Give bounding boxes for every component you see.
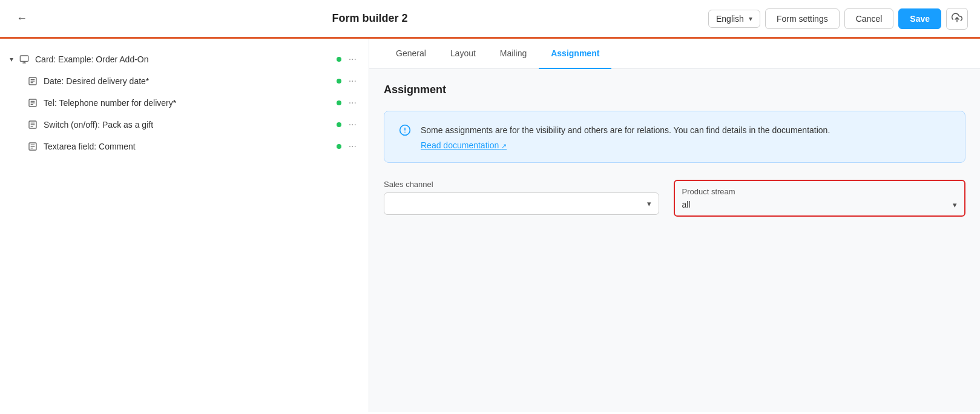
list-item[interactable]: Date: Desired delivery date* ··· [0,70,369,92]
field-icon [27,140,39,153]
info-box: Some assignments are for the visibility … [384,111,965,163]
more-options-icon[interactable]: ··· [346,119,359,130]
status-dot [337,57,341,62]
product-stream-group: Product stream all ▾ [674,180,966,217]
more-options-icon[interactable]: ··· [346,97,359,108]
publish-button[interactable] [946,8,968,30]
read-docs-link[interactable]: Read documentation ↗ [421,140,507,150]
field-icon [27,75,39,87]
card-icon [18,53,30,65]
list-item[interactable]: Switch (on/off): Pack as a gift ··· [0,114,369,136]
status-dot [337,122,341,127]
product-stream-select[interactable]: all ▾ [682,200,958,209]
sidebar-child-label: Tel: Telephone number for delivery* [44,98,332,108]
fields-row: Sales channel ▾ Product stream all ▾ [384,180,965,217]
sidebar-parent-label: Card: Example: Order Add-On [35,54,332,64]
tab-bar: General Layout Mailing Assignment [369,39,980,69]
list-item[interactable]: Tel: Telephone number for delivery* ··· [0,92,369,114]
more-options-icon[interactable]: ··· [346,54,359,65]
external-link-icon: ↗ [501,142,507,150]
product-stream-label: Product stream [682,187,958,196]
tab-layout[interactable]: Layout [438,39,488,69]
sales-channel-label: Sales channel [384,180,659,189]
cancel-button[interactable]: Cancel [844,8,894,29]
assignment-panel: Assignment Some assignments are for the … [369,69,980,231]
header: ← Form builder 2 English ▾ Form settings… [0,0,980,39]
tab-general[interactable]: General [384,39,438,69]
chevron-down-icon: ▾ [10,55,13,64]
sales-channel-group: Sales channel ▾ [384,180,659,217]
product-stream-value: all [682,200,953,209]
sidebar-child-label: Date: Desired delivery date* [44,76,332,86]
save-button[interactable]: Save [898,8,941,29]
sidebar-child-label: Textarea field: Comment [44,142,332,151]
sidebar-parent-item[interactable]: ▾ Card: Example: Order Add-On ··· [0,48,369,70]
svg-rect-1 [20,56,28,61]
tab-mailing[interactable]: Mailing [488,39,539,69]
header-actions: English ▾ Form settings Cancel Save [708,8,968,30]
chevron-down-icon: ▾ [647,199,651,208]
sidebar-child-label: Switch (on/off): Pack as a gift [44,120,332,130]
cloud-upload-icon [952,12,962,25]
field-icon [27,97,39,109]
form-settings-button[interactable]: Form settings [765,8,840,29]
page-title: Form builder 2 [39,12,701,25]
sidebar: ▾ Card: Example: Order Add-On ··· [0,39,369,412]
language-selector[interactable]: English ▾ [708,10,760,28]
more-options-icon[interactable]: ··· [346,76,359,87]
tab-assignment[interactable]: Assignment [539,39,611,69]
back-button[interactable]: ← [12,9,31,28]
section-heading: Assignment [384,84,965,96]
info-text: Some assignments are for the visibility … [421,123,830,137]
list-item[interactable]: Textarea field: Comment ··· [0,136,369,157]
sales-channel-select[interactable]: ▾ [384,192,659,215]
language-value: English [716,14,744,24]
status-dot [337,144,341,149]
field-icon [27,119,39,131]
chevron-down-icon: ▾ [749,15,752,23]
chevron-down-icon: ▾ [953,200,957,209]
status-dot [337,100,341,105]
info-icon [399,124,412,137]
more-options-icon[interactable]: ··· [346,141,359,152]
main-layout: ▾ Card: Example: Order Add-On ··· [0,39,980,412]
content-area: General Layout Mailing Assignment Assign… [369,39,980,412]
status-dot [337,79,341,84]
